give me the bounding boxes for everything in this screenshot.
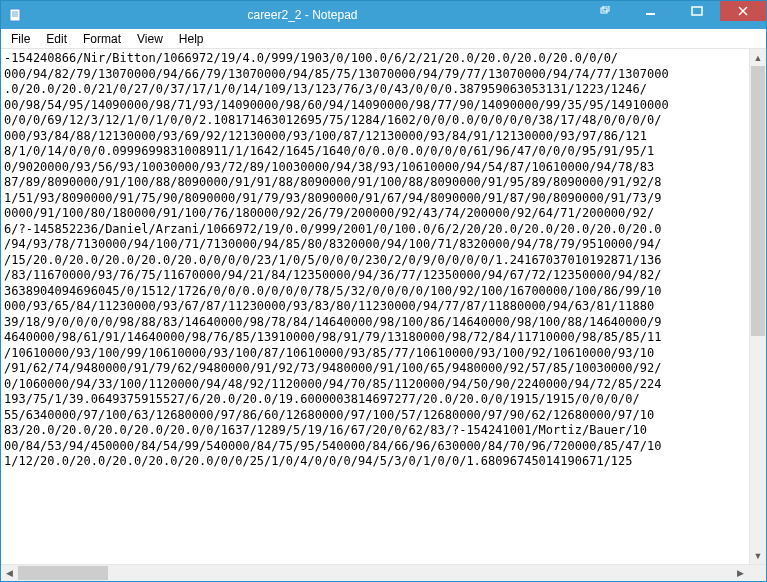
titlebar[interactable]: career2_2 - Notepad (1, 1, 766, 29)
notepad-window: career2_2 - Notepad File Edit Format Vie… (0, 0, 767, 582)
chevron-left-icon: ◀ (6, 568, 13, 578)
vertical-scrollbar[interactable]: ▲ ▼ (749, 49, 766, 564)
menu-file[interactable]: File (3, 30, 38, 48)
svg-rect-7 (692, 7, 702, 15)
restore-down-small-button[interactable] (582, 1, 628, 21)
svg-rect-0 (10, 9, 20, 21)
minimize-button[interactable] (628, 1, 674, 21)
text-content[interactable]: -154240866/Nir/Bitton/1066972/19/4.0/999… (1, 49, 749, 564)
close-button[interactable] (720, 1, 766, 21)
notepad-icon (7, 7, 23, 23)
scroll-up-button[interactable]: ▲ (750, 49, 766, 66)
content-area: -154240866/Nir/Bitton/1066972/19/4.0/999… (1, 49, 766, 564)
chevron-right-icon: ▶ (737, 568, 744, 578)
window-title: career2_2 - Notepad (23, 8, 582, 22)
vertical-scroll-thumb[interactable] (751, 66, 765, 336)
scroll-down-button[interactable]: ▼ (750, 547, 766, 564)
chevron-down-icon: ▼ (754, 551, 763, 561)
horizontal-scrollbar[interactable]: ◀ ▶ (1, 564, 766, 581)
scroll-right-button[interactable]: ▶ (732, 565, 749, 581)
horizontal-scroll-track[interactable] (18, 565, 732, 581)
maximize-button[interactable] (674, 1, 720, 21)
chevron-up-icon: ▲ (754, 53, 763, 63)
menu-help[interactable]: Help (171, 30, 212, 48)
vertical-scroll-track[interactable] (750, 66, 766, 547)
window-buttons (582, 1, 766, 29)
menu-view[interactable]: View (129, 30, 171, 48)
horizontal-scroll-thumb[interactable] (18, 566, 108, 580)
scrollbar-corner (749, 565, 766, 581)
menu-format[interactable]: Format (75, 30, 129, 48)
scroll-left-button[interactable]: ◀ (1, 565, 18, 581)
menu-edit[interactable]: Edit (38, 30, 75, 48)
menubar: File Edit Format View Help (1, 29, 766, 49)
